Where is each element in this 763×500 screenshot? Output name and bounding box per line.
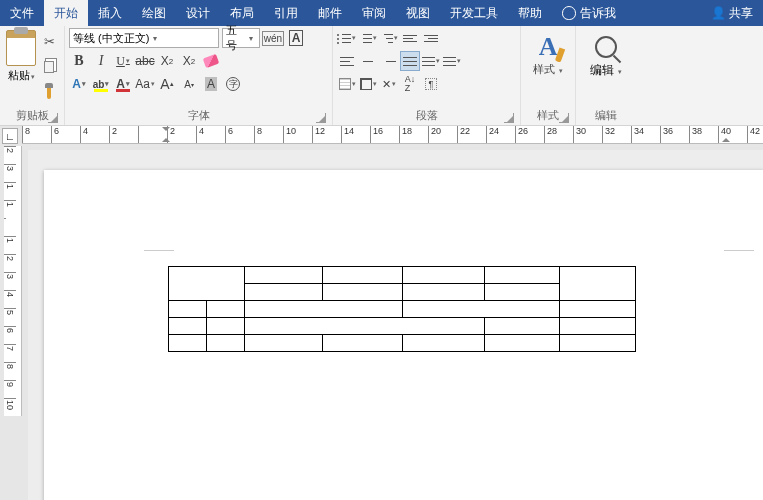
copy-button[interactable]: [41, 59, 57, 75]
group-editing: 编辑 ▾ 编辑: [576, 26, 636, 125]
horizontal-ruler[interactable]: 8642246810121416182022242628303234363840…: [22, 126, 763, 144]
eraser-icon: [203, 54, 220, 68]
tab-view[interactable]: 视图: [396, 0, 440, 26]
font-launcher[interactable]: [316, 113, 326, 123]
distribute-icon: [443, 55, 456, 67]
styles-button[interactable]: A 样式 ▾: [525, 28, 571, 106]
multilevel-list-button[interactable]: ▾: [379, 28, 399, 48]
show-marks-button[interactable]: ¶: [421, 74, 441, 94]
bullets-icon: [338, 32, 351, 44]
line-spacing-icon: [422, 55, 435, 67]
tab-design[interactable]: 设计: [176, 0, 220, 26]
text-effects-button[interactable]: A▾: [69, 74, 89, 94]
group-styles: A 样式 ▾ 样式: [521, 26, 576, 125]
grow-font-button[interactable]: A▴: [157, 74, 177, 94]
font-size-combo[interactable]: 五号▾: [222, 28, 260, 48]
page: [44, 170, 763, 500]
document-canvas[interactable]: [28, 150, 763, 500]
align-center-button[interactable]: [358, 51, 378, 71]
chevron-down-icon: ▾: [153, 34, 161, 43]
shading-button[interactable]: ▾: [337, 74, 357, 94]
chevron-down-icon: ▾: [249, 34, 256, 43]
tab-home[interactable]: 开始: [44, 0, 88, 26]
superscript-button[interactable]: X2: [179, 51, 199, 71]
brush-icon: [47, 87, 51, 99]
strikethrough-button[interactable]: abc: [135, 51, 155, 71]
subscript-button[interactable]: X2: [157, 51, 177, 71]
character-border-button[interactable]: A: [286, 28, 306, 48]
italic-button[interactable]: I: [91, 51, 111, 71]
tab-references[interactable]: 引用: [264, 0, 308, 26]
copy-icon: [44, 61, 54, 73]
scissors-icon: [44, 34, 55, 49]
tab-draw[interactable]: 绘图: [132, 0, 176, 26]
paste-icon[interactable]: [6, 30, 36, 66]
document-table[interactable]: [168, 266, 636, 352]
styles-icon: A: [539, 32, 558, 62]
distribute-button[interactable]: ▾: [442, 51, 462, 71]
tab-selector[interactable]: ∟: [2, 128, 18, 144]
phonetic-icon: wén: [262, 31, 284, 46]
bullets-button[interactable]: ▾: [337, 28, 357, 48]
styles-group-label: 样式: [537, 109, 559, 121]
indent-icon: [424, 35, 438, 42]
highlight-button[interactable]: ab▾: [91, 74, 111, 94]
sort-icon: A↓Z: [405, 75, 416, 93]
numbering-button[interactable]: ▾: [358, 28, 378, 48]
tab-insert[interactable]: 插入: [88, 0, 132, 26]
align-left-icon: [340, 55, 354, 67]
tab-developer[interactable]: 开发工具: [440, 0, 508, 26]
tab-mailings[interactable]: 邮件: [308, 0, 352, 26]
character-shading-button[interactable]: A: [201, 74, 221, 94]
justify-button[interactable]: [400, 51, 420, 71]
lightbulb-icon: [562, 6, 576, 20]
align-right-button[interactable]: [379, 51, 399, 71]
grid-icon: ✕: [382, 78, 391, 91]
borders-button[interactable]: ▾: [358, 74, 378, 94]
char-border-icon: A: [289, 30, 304, 46]
group-clipboard: 粘贴▾ 剪贴板: [0, 26, 65, 125]
shrink-font-button[interactable]: A▾: [179, 74, 199, 94]
font-name-combo[interactable]: 等线 (中文正文)▾: [69, 28, 219, 48]
find-button[interactable]: 编辑 ▾: [580, 28, 632, 106]
share-button[interactable]: 👤共享: [701, 0, 763, 26]
snap-to-grid-button[interactable]: ✕▾: [379, 74, 399, 94]
increase-indent-button[interactable]: [421, 28, 441, 48]
align-left-button[interactable]: [337, 51, 357, 71]
editing-group-label: 编辑: [580, 106, 632, 125]
ribbon: 粘贴▾ 剪贴板 等线 (中文正文)▾ 五号▾ wén A B I U▾ abc: [0, 26, 763, 126]
decrease-indent-button[interactable]: [400, 28, 420, 48]
format-painter-button[interactable]: [41, 85, 57, 101]
phonetic-guide-button[interactable]: wén: [263, 28, 283, 48]
cut-button[interactable]: [41, 33, 57, 49]
ribbon-tabs: 文件 开始 插入 绘图 设计 布局 引用 邮件 审阅 视图 开发工具 帮助 告诉…: [0, 0, 763, 26]
align-center-icon: [361, 55, 375, 67]
numbering-icon: [359, 32, 372, 44]
sort-button[interactable]: A↓Z: [400, 74, 420, 94]
clear-formatting-button[interactable]: [201, 51, 221, 71]
underline-button[interactable]: U▾: [113, 51, 133, 71]
paragraph-group-label: 段落: [416, 109, 438, 121]
vertical-ruler[interactable]: 231112345678910: [4, 146, 22, 416]
enclose-characters-button[interactable]: 字: [223, 74, 243, 94]
change-case-button[interactable]: Aa▾: [135, 74, 155, 94]
shading-icon: [339, 78, 351, 90]
bold-button[interactable]: B: [69, 51, 89, 71]
multilevel-icon: [380, 32, 393, 44]
font-color-button[interactable]: A▾: [113, 74, 133, 94]
tab-help[interactable]: 帮助: [508, 0, 552, 26]
tellme[interactable]: 告诉我: [552, 0, 626, 26]
styles-launcher[interactable]: [559, 113, 569, 123]
align-right-icon: [382, 55, 396, 67]
clipboard-launcher[interactable]: [48, 113, 58, 123]
paste-button[interactable]: 粘贴▾: [6, 68, 36, 83]
paragraph-launcher[interactable]: [504, 113, 514, 123]
search-icon: [595, 36, 617, 58]
line-spacing-button[interactable]: ▾: [421, 51, 441, 71]
group-paragraph: ▾ ▾ ▾ ▾ ▾ ▾ ▾ ✕▾ A↓Z ¶ 段落: [333, 26, 521, 125]
border-icon: [360, 78, 372, 90]
pilcrow-icon: ¶: [425, 78, 437, 90]
tab-file[interactable]: 文件: [0, 0, 44, 26]
tab-review[interactable]: 审阅: [352, 0, 396, 26]
group-font: 等线 (中文正文)▾ 五号▾ wén A B I U▾ abc X2 X2 A▾…: [65, 26, 333, 125]
